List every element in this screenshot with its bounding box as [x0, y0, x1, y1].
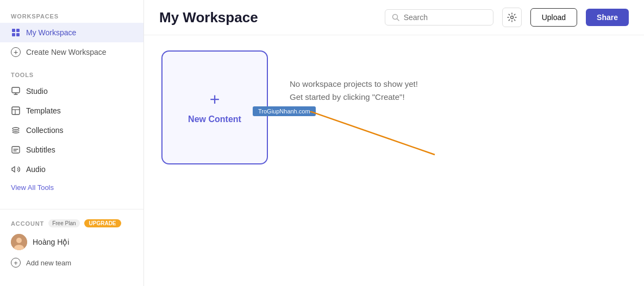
share-button[interactable]: Share [586, 9, 629, 26]
upgrade-badge[interactable]: UPGRADE [84, 219, 121, 227]
new-content-label: New Content [188, 115, 241, 124]
topbar: My Workspace Upload Share [144, 0, 644, 35]
search-input[interactable] [404, 13, 486, 22]
upload-button[interactable]: Upload [530, 8, 577, 27]
studio-label: Studio [26, 87, 48, 96]
tools-section: TOOLS Studio Templates [0, 67, 143, 196]
svg-line-18 [397, 19, 399, 21]
free-plan-badge: Free Plan [48, 219, 79, 227]
collections-icon [11, 125, 21, 135]
svg-point-19 [510, 16, 513, 19]
sidebar: WORKSPACES My Workspace + Create New Wor… [0, 0, 144, 286]
account-label: ACCOUNT [11, 220, 44, 227]
sidebar-item-create-workspace[interactable]: + Create New Workspace [0, 42, 143, 62]
workspace-icon [11, 28, 21, 37]
create-workspace-label: Create New Workspace [26, 48, 107, 56]
gear-button[interactable] [502, 8, 522, 27]
tools-label: TOOLS [0, 67, 143, 81]
my-workspace-label: My Workspace [26, 28, 76, 37]
svg-rect-11 [12, 147, 20, 153]
subtitles-icon [11, 145, 21, 155]
templates-label: Templates [26, 106, 61, 115]
sidebar-item-subtitles[interactable]: Subtitles [0, 140, 143, 160]
sidebar-item-templates[interactable]: Templates [0, 101, 143, 120]
view-all-tools-link[interactable]: View All Tools [0, 179, 143, 196]
sidebar-item-my-workspace[interactable]: My Workspace [0, 23, 143, 42]
svg-rect-2 [12, 33, 15, 36]
search-box[interactable] [385, 9, 493, 26]
sidebar-item-audio[interactable]: Audio [0, 160, 143, 179]
add-team-plus-icon: + [11, 258, 21, 268]
svg-rect-0 [12, 29, 15, 32]
svg-line-20 [310, 111, 435, 155]
search-icon [392, 14, 399, 21]
audio-label: Audio [26, 165, 46, 174]
add-team-label: Add new team [26, 259, 71, 267]
sidebar-item-collections[interactable]: Collections [0, 120, 143, 140]
empty-message: No workspace projects to show yet! Get s… [290, 50, 418, 104]
svg-rect-7 [12, 107, 20, 115]
sidebar-item-studio[interactable]: Studio [0, 81, 143, 101]
svg-rect-4 [12, 87, 20, 93]
new-content-card[interactable]: + New Content [161, 50, 268, 164]
svg-point-15 [16, 238, 22, 243]
user-name: Hoàng Hội [33, 238, 69, 246]
workspaces-label: WORKSPACES [0, 9, 143, 23]
user-row[interactable]: Hoàng Hội [0, 230, 143, 255]
svg-point-10 [12, 128, 19, 130]
add-team-row[interactable]: + Add new team [0, 255, 143, 271]
svg-rect-1 [16, 29, 20, 32]
collections-label: Collections [26, 126, 63, 135]
content-area: + New Content No workspace projects to s… [144, 35, 644, 286]
avatar [11, 234, 27, 250]
new-content-plus-icon: + [210, 91, 220, 108]
main-content: My Workspace Upload Share + New Content [144, 0, 644, 286]
arrow-svg [310, 111, 451, 166]
account-section: ACCOUNT Free Plan UPGRADE Hoàng Hội + Ad… [0, 209, 143, 277]
templates-icon [11, 106, 21, 116]
audio-icon [11, 164, 21, 174]
page-title: My Workspace [159, 9, 376, 26]
account-row: ACCOUNT Free Plan UPGRADE [0, 216, 143, 230]
plus-circle-icon: + [11, 47, 21, 57]
empty-line1: No workspace projects to show yet! [290, 78, 418, 91]
empty-line2: Get started by clicking "Create"! [290, 91, 405, 104]
studio-icon [11, 86, 21, 96]
svg-rect-3 [16, 33, 20, 36]
subtitles-label: Subtitles [26, 145, 55, 154]
